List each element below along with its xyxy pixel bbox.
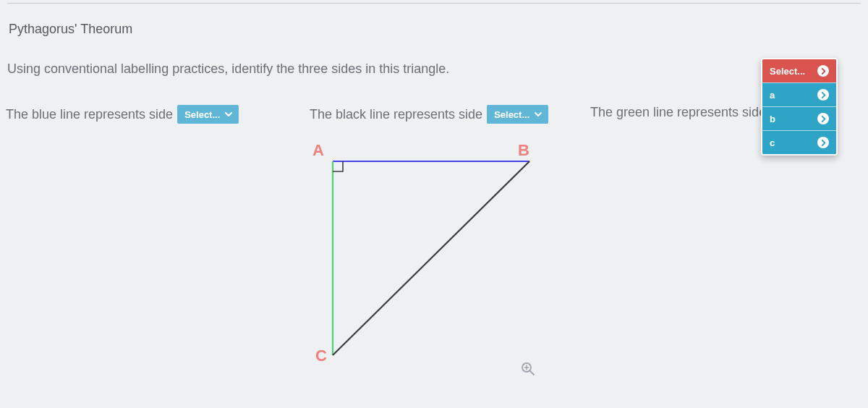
select-black-button[interactable]: Select... xyxy=(487,105,548,124)
chevron-right-icon xyxy=(817,137,829,148)
dropdown-option-a[interactable]: a xyxy=(762,82,836,106)
select-blue-button[interactable]: Select... xyxy=(177,105,239,124)
right-angle-marker xyxy=(333,161,343,171)
vertex-label-c: C xyxy=(315,347,327,365)
dropdown-option-b-label: b xyxy=(770,114,775,124)
statements-row: The blue line represents side Select... … xyxy=(0,105,868,127)
dropdown-header-label: Select... xyxy=(770,66,805,77)
chevron-right-icon xyxy=(817,89,829,101)
statement-blue: The blue line represents side Select... xyxy=(6,105,239,124)
chevron-down-icon xyxy=(534,110,542,119)
select-blue-label: Select... xyxy=(184,109,220,120)
instruction-text: Using conventional labelling practices, … xyxy=(7,61,449,77)
zoom-in-icon[interactable] xyxy=(521,362,535,376)
select-green-dropdown[interactable]: Select... a b c xyxy=(761,58,838,156)
svg-line-3 xyxy=(530,371,535,375)
side-black xyxy=(333,161,529,355)
dropdown-header[interactable]: Select... xyxy=(762,59,836,82)
page-title: Pythagorus' Theorum xyxy=(9,22,132,37)
chevron-right-icon xyxy=(817,113,829,124)
divider xyxy=(7,3,861,4)
select-black-label: Select... xyxy=(494,109,529,120)
dropdown-option-a-label: a xyxy=(770,90,775,101)
dropdown-option-b[interactable]: b xyxy=(762,106,836,130)
chevron-down-icon xyxy=(224,110,233,119)
statement-black-text: The black line represents side xyxy=(310,107,482,122)
chevron-right-icon xyxy=(817,65,829,77)
triangle-diagram: A B C xyxy=(311,141,557,387)
vertex-label-a: A xyxy=(312,141,324,160)
statement-green: The green line represents side xyxy=(590,105,766,120)
statement-black: The black line represents side Select... xyxy=(310,105,548,124)
vertex-label-b: B xyxy=(518,141,529,160)
dropdown-option-c[interactable]: c xyxy=(762,130,836,154)
statement-green-text: The green line represents side xyxy=(590,105,766,120)
dropdown-option-c-label: c xyxy=(770,137,775,148)
statement-blue-text: The blue line represents side xyxy=(6,107,173,122)
